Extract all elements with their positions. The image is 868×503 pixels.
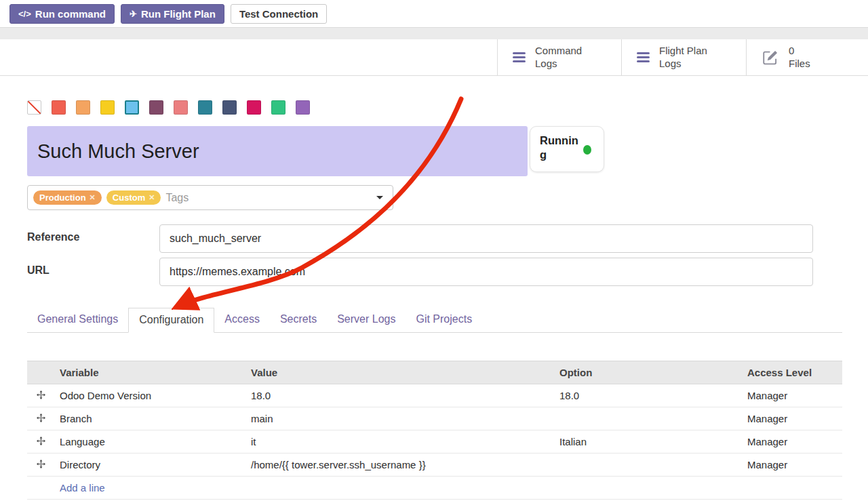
cell-option[interactable] — [554, 454, 742, 477]
cell-value[interactable]: main — [245, 407, 554, 430]
top-toolbar: </> Run command ✈ Run Flight Plan Test C… — [0, 0, 868, 27]
remove-tag-icon[interactable]: ✕ — [90, 193, 96, 202]
drag-handle-icon[interactable] — [27, 454, 54, 477]
column-header-access-level: Access Level — [742, 361, 842, 384]
table-row: Language it Italian Manager — [27, 430, 842, 454]
color-swatch-red[interactable] — [52, 100, 66, 115]
tags-placeholder: Tags — [165, 192, 189, 204]
tab-configuration[interactable]: Configuration — [128, 308, 214, 333]
handle-column-header — [27, 361, 54, 384]
server-name-field[interactable]: Such Much Server — [27, 126, 528, 176]
list-icon — [513, 52, 526, 62]
cell-value[interactable]: it — [245, 430, 554, 454]
color-swatch-dark-blue[interactable] — [222, 100, 237, 115]
color-swatch-none[interactable] — [27, 100, 41, 115]
table-row: Odoo Demo Version 18.0 18.0 Manager — [27, 384, 842, 407]
status-dot-icon — [583, 145, 591, 155]
table-header-row: Variable Value Option Access Level — [27, 361, 842, 384]
color-picker — [27, 100, 842, 115]
files-button[interactable]: 0 Files — [746, 39, 868, 75]
variables-table: Variable Value Option Access Level Odoo … — [27, 361, 842, 500]
breadcrumb-strip — [0, 27, 868, 39]
color-swatch-orange[interactable] — [76, 100, 90, 115]
status-card: Running — [530, 126, 604, 172]
column-header-value: Value — [245, 361, 554, 384]
color-swatch-fuchsia[interactable] — [247, 100, 261, 115]
command-logs-label: Command Logs — [535, 45, 582, 71]
run-flight-plan-button[interactable]: ✈ Run Flight Plan — [121, 4, 224, 24]
table-row: Branch main Manager — [27, 407, 842, 430]
chevron-down-icon[interactable] — [376, 196, 383, 199]
files-label: 0 Files — [789, 45, 810, 71]
cell-access-level[interactable]: Manager — [742, 454, 842, 477]
test-connection-label: Test Connection — [239, 8, 318, 20]
drag-handle-icon[interactable] — [27, 407, 54, 430]
cell-option[interactable]: 18.0 — [554, 384, 742, 407]
color-swatch-medium-blue[interactable] — [198, 100, 212, 115]
add-a-line-link[interactable]: Add a line — [60, 482, 105, 494]
column-header-option: Option — [554, 361, 742, 384]
tab-server-logs[interactable]: Server Logs — [327, 308, 406, 333]
cell-access-level[interactable]: Manager — [742, 384, 842, 407]
edit-icon — [762, 49, 779, 66]
cell-access-level[interactable]: Manager — [742, 430, 842, 454]
color-swatch-yellow[interactable] — [100, 100, 115, 115]
tab-general-settings[interactable]: General Settings — [27, 308, 128, 333]
form-sheet: Such Much Server Running Production ✕ Cu… — [0, 100, 868, 500]
color-swatch-salmon-pink[interactable] — [174, 100, 188, 115]
drag-handle-icon[interactable] — [27, 430, 54, 454]
column-header-variable: Variable — [54, 361, 245, 384]
cell-variable[interactable]: Branch — [54, 407, 245, 430]
cell-option[interactable]: Italian — [554, 430, 742, 454]
url-label: URL — [27, 258, 159, 286]
notebook-tabs: General Settings Configuration Access Se… — [27, 308, 842, 333]
command-logs-button[interactable]: Command Logs — [497, 39, 621, 75]
cell-option[interactable] — [554, 407, 742, 430]
cell-value[interactable]: 18.0 — [245, 384, 554, 407]
tag-custom[interactable]: Custom ✕ — [106, 190, 161, 205]
cell-access-level[interactable]: Manager — [742, 407, 842, 430]
list-icon — [637, 52, 650, 62]
tab-git-projects[interactable]: Git Projects — [406, 308, 482, 333]
color-swatch-dark-purple[interactable] — [149, 100, 163, 115]
color-swatch-light-blue[interactable] — [125, 100, 139, 115]
tab-secrets[interactable]: Secrets — [270, 308, 327, 333]
cell-variable[interactable]: Odoo Demo Version — [54, 384, 245, 407]
form-header: Command Logs Flight Plan Logs 0 Files — [0, 39, 868, 76]
drag-handle-icon[interactable] — [27, 384, 54, 407]
paper-plane-icon: ✈ — [130, 9, 137, 19]
cell-variable[interactable]: Language — [54, 430, 245, 454]
flight-plan-logs-label: Flight Plan Logs — [659, 45, 707, 71]
tag-label: Production — [39, 193, 86, 203]
remove-tag-icon[interactable]: ✕ — [149, 193, 155, 202]
cell-value[interactable]: /home/{{ tower.server.ssh_username }} — [245, 454, 554, 477]
test-connection-button[interactable]: Test Connection — [231, 4, 327, 24]
run-command-button[interactable]: </> Run command — [9, 4, 115, 24]
reference-input[interactable] — [159, 224, 813, 253]
table-row: Directory /home/{{ tower.server.ssh_user… — [27, 454, 842, 477]
color-swatch-green[interactable] — [271, 100, 285, 115]
url-input[interactable] — [159, 258, 813, 286]
tags-field[interactable]: Production ✕ Custom ✕ Tags — [27, 185, 393, 210]
tag-label: Custom — [113, 193, 145, 203]
cell-variable[interactable]: Directory — [54, 454, 245, 477]
add-line-row: Add a line — [27, 477, 842, 500]
flight-plan-logs-button[interactable]: Flight Plan Logs — [621, 39, 746, 75]
color-swatch-purple[interactable] — [296, 100, 310, 115]
status-label: Running — [540, 134, 579, 163]
run-flight-plan-label: Run Flight Plan — [141, 8, 216, 20]
run-command-label: Run command — [35, 8, 106, 20]
reference-label: Reference — [27, 224, 159, 253]
tag-production[interactable]: Production ✕ — [33, 190, 102, 205]
tab-access[interactable]: Access — [214, 308, 270, 333]
code-icon: </> — [18, 9, 31, 19]
